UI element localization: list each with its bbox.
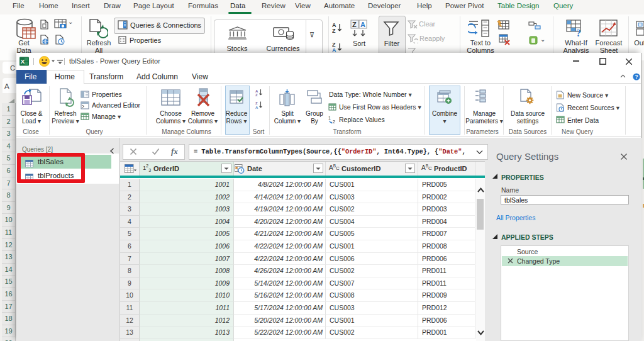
svg-text:2: 2 <box>333 120 335 124</box>
svg-text:X: X <box>21 58 25 65</box>
svg-text:Z: Z <box>255 93 258 97</box>
svg-text:1: 1 <box>328 116 331 120</box>
svg-text:?: ? <box>576 28 581 37</box>
svg-text:A: A <box>255 106 258 109</box>
svg-text:Z: Z <box>332 28 336 33</box>
svg-text:Z: Z <box>352 21 357 28</box>
svg-text:Z: Z <box>255 101 258 105</box>
svg-text:A: A <box>332 47 336 53</box>
svg-text:A: A <box>360 21 365 28</box>
svg-text:?: ? <box>635 74 638 80</box>
